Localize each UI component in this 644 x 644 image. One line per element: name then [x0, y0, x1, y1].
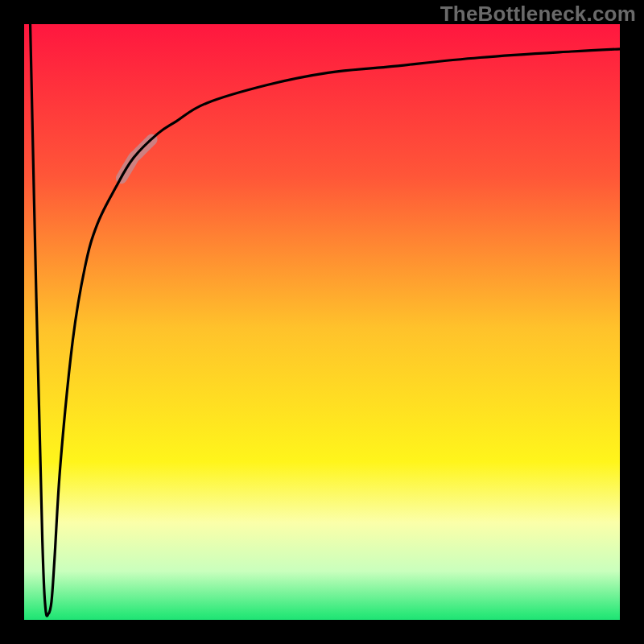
chart-root: TheBottleneck.com [0, 0, 644, 644]
watermark-text: TheBottleneck.com [440, 2, 636, 27]
chart-svg [0, 0, 644, 644]
chart-background-gradient [24, 24, 632, 632]
